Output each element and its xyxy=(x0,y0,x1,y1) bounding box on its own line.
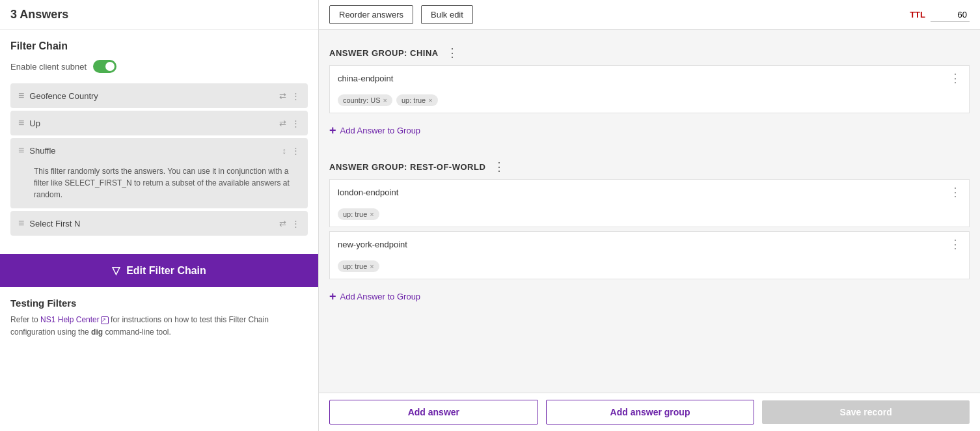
external-link-icon xyxy=(101,316,109,324)
ttl-label: TTL xyxy=(910,10,925,20)
tag-up-true-ny-close[interactable]: × xyxy=(370,262,374,270)
answer-group-china-menu[interactable]: ⋮ xyxy=(444,46,461,60)
answer-group-row-title: ANSWER GROUP: REST-OF-WORLD xyxy=(329,162,485,172)
filter-chain-section: Filter Chain Enable client subnet ≡ Geof… xyxy=(0,30,318,249)
enable-subnet-row: Enable client subnet xyxy=(10,60,308,73)
answer-group-china-header: ANSWER GROUP: CHINA ⋮ xyxy=(329,40,970,65)
ny-endpoint-tags: up: true × xyxy=(330,257,969,279)
china-endpoint-menu-btn[interactable]: ⋮ xyxy=(949,71,961,85)
add-answer-group-button[interactable]: Add answer group xyxy=(546,400,755,424)
filter-chain-title: Filter Chain xyxy=(10,40,308,52)
enable-client-subnet-toggle[interactable] xyxy=(93,60,116,73)
london-endpoint-tags: up: true × xyxy=(330,204,969,227)
filter-item-up[interactable]: ≡ Up ⇄ xyxy=(10,111,308,135)
filter-funnel-icon: ▽ xyxy=(112,264,120,277)
ttl-input[interactable] xyxy=(931,8,970,21)
filter-action-icon-geofence[interactable]: ⇄ xyxy=(279,91,286,101)
ny-endpoint-row: ⋮ xyxy=(330,232,969,257)
tag-up-true-china-text: up: true xyxy=(402,96,426,104)
filter-menu-up[interactable] xyxy=(292,118,300,128)
tag-country-us: country: US × xyxy=(338,94,392,106)
add-answer-to-china-group-btn[interactable]: + Add Answer to Group xyxy=(329,117,420,144)
london-endpoint-row: ⋮ xyxy=(330,180,969,204)
filter-menu-select[interactable] xyxy=(292,219,300,229)
filter-label-geofence: Geofence Country xyxy=(29,91,274,101)
reorder-answers-button[interactable]: Reorder answers xyxy=(329,5,413,24)
filter-menu-geofence[interactable] xyxy=(292,91,300,101)
filter-action-icon-up[interactable]: ⇄ xyxy=(279,118,286,128)
answer-entry-london: ⋮ up: true × xyxy=(329,179,970,227)
tag-up-true-london-text: up: true xyxy=(343,210,367,218)
filter-label-select: Select First N xyxy=(29,219,274,229)
shuffle-description: This filter randomly sorts the answers. … xyxy=(18,161,300,202)
drag-handle-icon-up: ≡ xyxy=(18,117,24,129)
edit-filter-chain-label: Edit Filter Chain xyxy=(126,265,206,277)
filter-item-select-first-n[interactable]: ≡ Select First N ⇄ xyxy=(10,211,308,236)
answer-group-china: ANSWER GROUP: CHINA ⋮ ⋮ country: US × up… xyxy=(329,40,970,144)
answer-group-row-header: ANSWER GROUP: REST-OF-WORLD ⋮ xyxy=(329,154,970,179)
answer-group-china-title: ANSWER GROUP: CHINA xyxy=(329,48,439,58)
china-endpoint-tags: country: US × up: true × xyxy=(330,90,969,113)
ttl-row: TTL xyxy=(910,8,970,21)
bulk-edit-button[interactable]: Bulk edit xyxy=(421,5,473,24)
drag-handle-icon-select: ≡ xyxy=(18,217,24,229)
china-endpoint-row: ⋮ xyxy=(330,66,969,90)
drag-handle-icon-shuffle: ≡ xyxy=(18,145,24,156)
tag-up-true-ny-text: up: true xyxy=(343,262,367,270)
right-panel: Reorder answers Bulk edit TTL ANSWER GRO… xyxy=(319,0,980,431)
right-top-bar: Reorder answers Bulk edit TTL xyxy=(319,0,980,30)
testing-filters-title: Testing Filters xyxy=(10,298,308,309)
answer-entry-china-endpoint: ⋮ country: US × up: true × xyxy=(329,65,970,113)
right-content: ANSWER GROUP: CHINA ⋮ ⋮ country: US × up… xyxy=(319,30,980,393)
filter-action-icon-select[interactable]: ⇄ xyxy=(279,219,286,229)
filter-action-icon-shuffle[interactable]: ↕ xyxy=(282,146,287,156)
filter-label-up: Up xyxy=(29,118,274,128)
ny-endpoint-input[interactable] xyxy=(338,240,944,249)
answer-entry-new-york: ⋮ up: true × xyxy=(329,231,970,279)
drag-handle-icon: ≡ xyxy=(18,90,24,102)
answer-group-row-menu[interactable]: ⋮ xyxy=(491,160,508,174)
ns1-help-center-link[interactable]: NS1 Help Center xyxy=(40,315,100,324)
add-china-plus-icon: + xyxy=(329,124,336,137)
tag-up-true-london-close[interactable]: × xyxy=(370,210,374,218)
edit-filter-chain-button[interactable]: ▽ Edit Filter Chain xyxy=(0,254,318,287)
testing-filters-text: Refer to NS1 Help Center for instruction… xyxy=(10,314,308,339)
save-record-button[interactable]: Save record xyxy=(762,400,970,424)
enable-client-subnet-label: Enable client subnet xyxy=(10,62,87,72)
tag-up-true-ny: up: true × xyxy=(338,260,379,272)
toggle-knob xyxy=(105,62,115,71)
tag-up-true-china-close[interactable]: × xyxy=(428,96,432,104)
add-answer-button[interactable]: Add answer xyxy=(329,400,538,424)
answer-group-rest-of-world: ANSWER GROUP: REST-OF-WORLD ⋮ ⋮ up: true… xyxy=(329,154,970,310)
ny-endpoint-menu-btn[interactable]: ⋮ xyxy=(949,237,961,251)
add-row-label: Add Answer to Group xyxy=(340,292,421,301)
answers-header: 3 Answers xyxy=(0,0,318,30)
shuffle-row: ≡ Shuffle ↕ xyxy=(18,145,300,156)
dig-command: dig xyxy=(91,327,103,337)
testing-text-before: Refer to xyxy=(10,315,40,324)
tag-country-us-close[interactable]: × xyxy=(383,96,387,104)
add-china-label: Add Answer to Group xyxy=(340,126,421,135)
filter-menu-shuffle[interactable] xyxy=(292,146,300,156)
tag-up-true-china: up: true × xyxy=(396,94,438,106)
testing-text-end: command-line tool. xyxy=(103,327,171,337)
bottom-bar: Add answer Add answer group Save record xyxy=(319,393,980,431)
left-panel: 3 Answers Filter Chain Enable client sub… xyxy=(0,0,319,431)
london-endpoint-menu-btn[interactable]: ⋮ xyxy=(949,185,961,199)
london-endpoint-input[interactable] xyxy=(338,188,944,197)
add-answer-to-row-group-btn[interactable]: + Add Answer to Group xyxy=(329,283,420,310)
tag-up-true-london: up: true × xyxy=(338,208,379,220)
filter-item-shuffle[interactable]: ≡ Shuffle ↕ This filter randomly sorts t… xyxy=(10,138,308,208)
tag-country-us-text: country: US xyxy=(343,96,380,104)
testing-filters-section: Testing Filters Refer to NS1 Help Center… xyxy=(0,287,318,431)
filter-item-geofence-country[interactable]: ≡ Geofence Country ⇄ xyxy=(10,83,308,108)
china-endpoint-input[interactable] xyxy=(338,74,944,83)
add-row-plus-icon: + xyxy=(329,290,336,303)
filter-label-shuffle: Shuffle xyxy=(29,146,277,156)
